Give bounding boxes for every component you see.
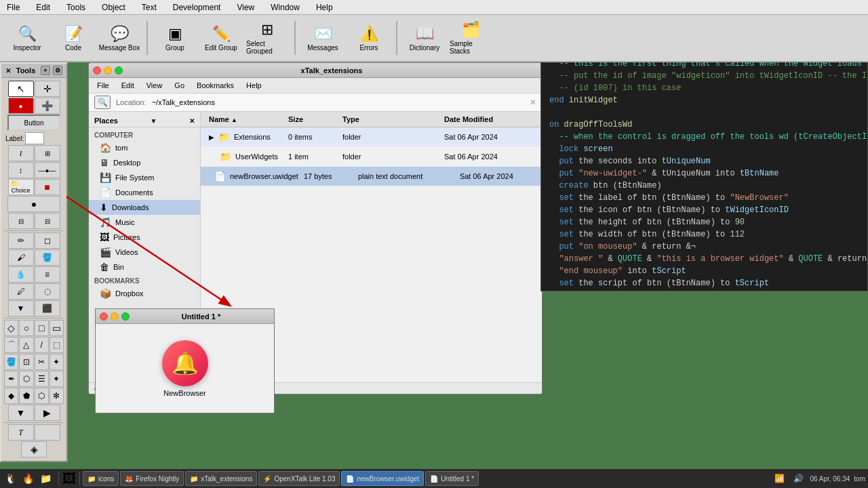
file-menu-help[interactable]: Help [242,80,266,91]
untitled-close-button[interactable] [100,312,108,321]
menu-development[interactable]: Development [169,1,225,14]
taskbar-app-icons-item[interactable]: 📁 icons [83,471,119,486]
label-input[interactable] [25,132,44,144]
eraser-tool[interactable]: ◻ [35,232,60,249]
editgroup-button[interactable]: ✏️ Edit Group [199,17,243,59]
taskbar-app-newbrowser[interactable]: 📄 newBrowser.uwidget [341,471,424,486]
dictionary-button[interactable]: 📖 Dictionary [403,17,446,59]
diamond2-tool[interactable]: ◈ [21,441,47,458]
taskbar-app-untitled[interactable]: 📄 Untitled 1 * [425,471,479,486]
scroll-tool[interactable]: ↕ [8,162,34,178]
file-row-userwidgets[interactable]: 📁UserWidgets 1 item folder Sat 06 Apr 20… [201,147,542,167]
clear-location-icon[interactable]: ✕ [530,98,536,107]
minimize-button[interactable] [104,66,112,75]
filter-button[interactable]: 🔍 [94,96,111,109]
places-item-tom[interactable]: 🏠tom [89,140,200,155]
file-menu-go[interactable]: Go [170,80,189,91]
gear-button[interactable]: ⚙ [53,66,62,75]
file-row-extensions[interactable]: ▶📁Extensions 0 items folder Sat 06 Apr 2… [201,127,542,147]
col-date[interactable]: Date Modified [441,114,536,125]
grid-tool[interactable]: ⊞ [35,145,60,161]
star-tool[interactable]: ✦ [50,354,64,370]
places-item-downloads[interactable]: ⬇Downloads [89,200,200,215]
places-item-desktop[interactable]: 🖥Desktop [89,155,200,170]
taskbar-folder-icon[interactable]: 📁 [38,471,53,486]
taskbar-penguin-icon[interactable]: 🐧 [3,471,18,486]
menu-edit[interactable]: Edit [32,1,54,14]
file-choice-tool[interactable]: 📁Choice [8,179,34,195]
down-arrow-tool[interactable]: ▼ [8,405,34,421]
untitled-maximize-button[interactable] [121,312,130,321]
list2-tool[interactable]: ☰ [35,371,49,387]
file-row-newbrowser[interactable]: 📄newBrowser.uwidget 17 bytes plain text … [201,167,542,186]
pointer-tool[interactable]: ↖ [8,81,34,97]
col-size[interactable]: Size [285,114,340,125]
oval-tool[interactable]: ● [7,196,60,212]
text-tool[interactable]: I [8,145,34,161]
line-tool[interactable]: / [35,337,49,353]
places-item-pictures[interactable]: 🖼Pictures [89,230,200,245]
menu-window[interactable]: Window [267,1,304,14]
menu-object[interactable]: Object [98,1,130,14]
cut-tool[interactable]: ✂ [35,354,49,370]
rect-tool[interactable]: ▭ [50,320,64,336]
lasso-tool[interactable]: ⌒ [4,337,18,353]
eraser2-tool[interactable]: ⬡ [19,371,33,387]
places-item-filesystem[interactable]: 💾File System [89,170,200,185]
taskbar-app-icons[interactable]: 🖼 [62,471,77,486]
messages-button[interactable]: ✉️ Messages [301,17,344,59]
col-name[interactable]: Name ▲ [206,114,285,125]
taskbar-volume-icon[interactable]: 🔊 [791,471,806,486]
slider-tool[interactable]: —●— [35,162,60,178]
eyedrop-tool[interactable]: 💧 [8,266,34,283]
menu-file[interactable]: File [3,1,24,14]
hslider-tool[interactable]: ⊟ [8,213,34,229]
extra5-tool[interactable] [35,424,60,441]
bucket-tool[interactable]: 🪣 [4,354,18,370]
places-item-bin[interactable]: 🗑Bin [89,260,200,274]
rect2-tool[interactable]: ⬚ [50,337,64,353]
plus-tool[interactable]: ➕ [35,98,60,114]
crosshair-tool[interactable]: ✛ [35,81,60,97]
taskbar-fire-icon[interactable]: 🔥 [20,471,35,486]
close-button[interactable] [93,66,101,75]
extra4-tool[interactable]: ✻ [50,388,64,404]
play-tool[interactable]: ▶ [35,405,60,421]
group-button[interactable]: ▣ Group [153,17,197,59]
record-tool[interactable]: ● [8,98,34,114]
places-dropdown-icon[interactable]: ▼ [150,117,157,125]
places-item-documents[interactable]: 📄Documents [89,185,200,200]
menu-text[interactable]: Text [138,1,161,14]
pen-tool[interactable]: ✏ [8,232,34,249]
fill2-tool[interactable]: ◆ [4,388,18,404]
file-menu-file[interactable]: File [93,80,113,91]
inspector-button[interactable]: 🔍 Inspector [5,17,49,59]
menu-help[interactable]: Help [312,1,337,14]
paint-down-tool[interactable]: ▼ [8,300,34,317]
fill-tool[interactable]: 🪣 [35,249,60,266]
taskbar-app-openxtalk[interactable]: ⚡ OpenXTalk Lite 1.03 [258,471,340,486]
poly-tool[interactable]: △ [19,337,33,353]
selectgrouped-button[interactable]: ⊞ Select Grouped [245,17,289,59]
file-menu-edit[interactable]: Edit [117,80,138,91]
extra-tool[interactable]: ✦ [50,371,64,387]
vslider-tool[interactable]: ⊟ [35,213,60,229]
taskbar-app-xtalk[interactable]: 📁 xTalk_extensions [185,471,257,486]
places-close-icon[interactable]: ✕ [189,117,195,125]
rect-button-tool[interactable]: Button [7,115,60,131]
places-item-dropbox[interactable]: 📦Dropbox [89,286,200,301]
menu-view[interactable]: View [233,1,258,14]
paint-tool[interactable]: 🖌 [8,249,34,266]
circle-tool[interactable]: ○ [19,320,33,336]
errors-button[interactable]: ⚠️ Errors [347,17,391,59]
list-tool[interactable]: ≡ [35,266,60,283]
places-item-videos[interactable]: 🎬Videos [89,245,200,260]
samplestacks-button[interactable]: 🗂️ Sample Stacks [449,17,492,59]
file-menu-bookmarks[interactable]: Bookmarks [193,80,238,91]
blur-tool[interactable]: ◌ [35,283,60,300]
taskbar-app-firefox[interactable]: 🦊 Firefox Nightly [120,471,184,486]
diamond-tool[interactable]: ◇ [4,320,18,336]
code-button[interactable]: 📝 Code [52,17,95,59]
col-type[interactable]: Type [340,114,441,125]
color-tool[interactable]: ■ [35,179,60,195]
